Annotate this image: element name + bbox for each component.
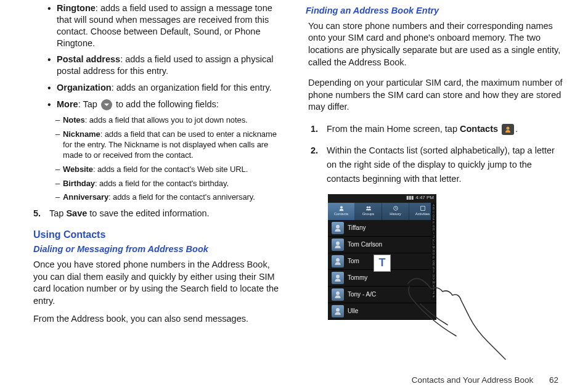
desc: : adds an organization field for this en… — [112, 83, 272, 92]
svg-point-3 — [369, 206, 370, 208]
footer-section: Contacts and Your Address Book — [412, 375, 533, 385]
avatar — [332, 288, 344, 301]
svg-point-0 — [507, 126, 510, 129]
page-number: 62 — [549, 375, 558, 385]
avatar — [332, 255, 344, 267]
term: More — [57, 99, 78, 109]
contact-row: Tom Carlson — [328, 237, 436, 253]
heading-dialing: Dialing or Messaging from Address Book — [33, 243, 282, 255]
dash-website: Website: adds a field for the contact's … — [63, 165, 282, 175]
bullet-list: Ringtone: adds a field used to assign a … — [25, 2, 282, 110]
bullet-ringtone: Ringtone: adds a field used to assign a … — [49, 2, 282, 49]
svg-rect-5 — [420, 206, 425, 211]
heading-using-contacts: Using Contacts — [33, 229, 282, 242]
contact-name: Tom — [348, 257, 359, 265]
dash-birthday: Birthday: adds a field for the contact's… — [63, 179, 282, 189]
avatar — [332, 305, 344, 317]
chevron-down-icon — [101, 99, 112, 110]
contact-name: Ulle — [348, 307, 358, 315]
svg-point-8 — [336, 258, 340, 261]
svg-point-6 — [336, 224, 340, 228]
avatar — [332, 222, 344, 234]
tab-history: History — [382, 203, 409, 220]
contact-name: Tommy — [348, 274, 367, 282]
paragraph: From the Address book, you can also send… — [33, 313, 282, 325]
contact-name: Tony - A/C — [348, 290, 376, 298]
desc-pre: : Tap — [78, 99, 100, 109]
phone-status-bar: ▮▮▮ 4:47 PM — [328, 194, 436, 203]
step-list-left: 5. Tap Save to save the edited informati… — [25, 206, 282, 221]
hand-pointer-icon — [402, 274, 507, 361]
avatar — [332, 239, 344, 251]
step-5: 5. Tap Save to save the edited informati… — [49, 206, 282, 221]
phone-screenshot: ▮▮▮ 4:47 PM Contacts Groups History Acti… — [328, 194, 436, 320]
tab-contacts: Contacts — [328, 203, 355, 220]
bullet-more: More: Tap to add the following fields: — [49, 99, 282, 110]
contact-row: Tiffany — [328, 220, 436, 237]
bullet-organization: Organization: adds an organization field… — [49, 82, 282, 94]
step-list-right: 1. From the main Home screen, tap Contac… — [306, 122, 563, 187]
bullet-postal: Postal address: adds a field used to ass… — [49, 54, 282, 77]
paragraph: Depending on your particular SIM card, t… — [308, 77, 563, 113]
term: Postal address — [57, 54, 120, 64]
step-1: 1. From the main Home screen, tap Contac… — [327, 122, 563, 136]
step-number: 1. — [311, 122, 318, 136]
phone-tabs: Contacts Groups History Activities — [328, 203, 436, 220]
desc-post: to add the following fields: — [113, 99, 219, 109]
svg-point-10 — [336, 291, 340, 295]
step-number: 2. — [311, 144, 318, 158]
contact-name: Tom Carlson — [348, 240, 382, 248]
paragraph: Once you have stored phone numbers in th… — [33, 259, 282, 307]
paragraph: You can store phone numbers and their co… — [308, 20, 563, 68]
manual-page: Ringtone: adds a field used to assign a … — [0, 0, 588, 332]
dash-notes: Notes: adds a field that allows you to j… — [63, 115, 282, 126]
term: Ringtone — [57, 3, 96, 13]
svg-point-11 — [336, 308, 340, 311]
svg-point-1 — [340, 206, 342, 208]
right-column: Finding an Address Book Entry You can st… — [306, 2, 563, 332]
heading-finding: Finding an Address Book Entry — [306, 5, 563, 17]
page-footer: Contacts and Your Address Book 62 — [412, 375, 558, 386]
svg-point-9 — [336, 274, 340, 278]
term: Organization — [57, 83, 112, 92]
svg-point-7 — [336, 241, 340, 245]
avatar — [332, 272, 344, 284]
step-number: 5. — [33, 206, 41, 221]
contacts-icon — [502, 124, 514, 135]
letter-popup: T — [374, 255, 391, 272]
signal-icon: ▮▮▮ — [406, 195, 414, 201]
contact-name: Tiffany — [348, 224, 365, 232]
step-2: 2. Within the Contacts list (sorted alph… — [327, 144, 563, 187]
status-time: 4:47 PM — [415, 195, 434, 201]
dash-list: Notes: adds a field that allows you to j… — [25, 115, 282, 203]
tab-groups: Groups — [355, 203, 382, 220]
dash-nickname: Nickname: adds a field that can be used … — [63, 129, 282, 161]
svg-point-2 — [366, 206, 368, 208]
left-column: Ringtone: adds a field used to assign a … — [25, 2, 282, 332]
dash-anniversary: Anniversary: adds a field for the contac… — [63, 192, 282, 203]
